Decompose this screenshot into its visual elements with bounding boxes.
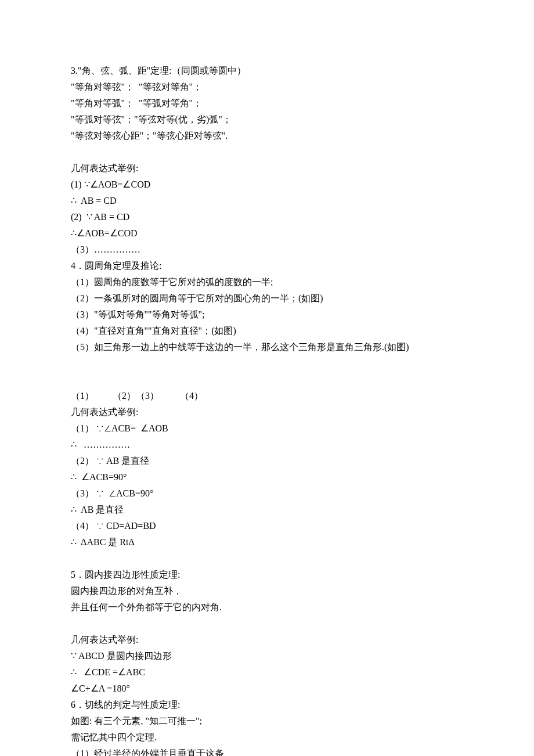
section3-example: （3）…………… — [71, 242, 463, 258]
section4-example: ∴ AB 是直径 — [71, 502, 463, 518]
section5-title: 5．圆内接四边形性质定理: — [71, 567, 463, 583]
section6-line: 需记忆其中四个定理. — [71, 729, 463, 746]
section6-line: （1）经过半径的外端并且垂直于这条 — [71, 746, 463, 756]
section3-example: (1) ∵∠AOB=∠COD — [71, 177, 463, 193]
section4-line: （1）圆周角的度数等于它所对的弧的度数的一半; — [71, 274, 463, 290]
section5-example: ∵ ABCD 是圆内接四边形 — [71, 648, 463, 664]
section3-line: "等弧对等弦"；"等弦对等(优，劣)弧"； — [71, 111, 463, 128]
section4-line: （3）"等弧对等角""等角对等弧"; — [71, 307, 463, 323]
section5-example: ∠C+∠A =180° — [71, 681, 463, 697]
section4-line: （4）"直径对直角""直角对直径"；(如图) — [71, 323, 463, 339]
section6-line: 如图: 有三个元素, "知二可推一"; — [71, 713, 463, 729]
section4-example: ∴ …………… — [71, 437, 463, 453]
section4-example: （4） ∵ CD=AD=BD — [71, 518, 463, 534]
section4-line: （2）一条弧所对的圆周角等于它所对的圆心角的一半；(如图) — [71, 290, 463, 307]
section4-line: （5）如三角形一边上的中线等于这边的一半，那么这个三角形是直角三角形.(如图) — [71, 339, 463, 355]
section5-example-title: 几何表达式举例: — [71, 632, 463, 648]
blank-spacer — [71, 550, 463, 567]
section4-figure-row: （1） （2）（3） （4） — [71, 388, 463, 404]
section3-line: "等角对等弦"； "等弦对等角"； — [71, 79, 463, 95]
figure-placeholder — [71, 355, 463, 388]
section6-title: 6．切线的判定与性质定理: — [71, 697, 463, 713]
section4-example: ∴ ΔABC 是 RtΔ — [71, 534, 463, 550]
section4-example-title: 几何表达式举例: — [71, 404, 463, 420]
section4-example: （3） ∵ ∠ACB=90° — [71, 485, 463, 502]
section3-title: 3."角、弦、弧、距"定理:（同圆或等圆中） — [71, 63, 463, 79]
section5-line: 并且任何一个外角都等于它的内对角. — [71, 599, 463, 615]
section3-line: "等角对等弧"； "等弧对等角"； — [71, 95, 463, 111]
section4-example: ∴ ∠ACB=90° — [71, 469, 463, 485]
section3-line: "等弦对等弦心距"；"等弦心距对等弦". — [71, 128, 463, 144]
section5-example: ∴ ∠CDE =∠ABC — [71, 664, 463, 681]
section3-example: (2) ∵ AB = CD — [71, 209, 463, 225]
section4-title: 4．圆周角定理及推论: — [71, 258, 463, 274]
section3-example-title: 几何表达式举例: — [71, 160, 463, 177]
section4-example: （1） ∵∠ACB= ∠AOB — [71, 420, 463, 437]
section3-example: ∴ AB = CD — [71, 193, 463, 209]
blank-spacer — [71, 615, 463, 632]
section4-example: （2） ∵ AB 是直径 — [71, 453, 463, 469]
blank-spacer — [71, 144, 463, 160]
section5-line: 圆内接四边形的对角互补， — [71, 583, 463, 599]
section3-example: ∴∠AOB=∠COD — [71, 225, 463, 242]
